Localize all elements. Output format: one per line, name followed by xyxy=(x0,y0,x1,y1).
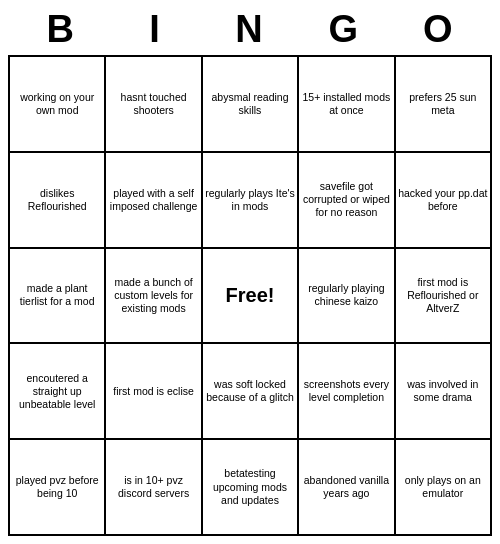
bingo-cell: regularly playing chinese kaizo xyxy=(299,249,395,345)
bingo-cell: hacked your pp.dat before xyxy=(396,153,492,249)
bingo-cell: encoutered a straight up unbeatable leve… xyxy=(10,344,106,440)
bingo-cell: first mod is eclise xyxy=(106,344,202,440)
bingo-cell: made a plant tierlist for a mod xyxy=(10,249,106,345)
bingo-cell: screenshots every level completion xyxy=(299,344,395,440)
bingo-cell: was involved in some drama xyxy=(396,344,492,440)
bingo-cell: made a bunch of custom levels for existi… xyxy=(106,249,202,345)
bingo-cell: betatesting upcoming mods and updates xyxy=(203,440,299,536)
bingo-cell: prefers 25 sun meta xyxy=(396,57,492,153)
bingo-cell: Free! xyxy=(203,249,299,345)
bingo-cell: savefile got corrupted or wiped for no r… xyxy=(299,153,395,249)
bingo-cell: first mod is Reflourished or AltverZ xyxy=(396,249,492,345)
bingo-cell: 15+ installed mods at once xyxy=(299,57,395,153)
bingo-cell: abandoned vanilla years ago xyxy=(299,440,395,536)
bingo-cell: working on your own mod xyxy=(10,57,106,153)
bingo-letter: O xyxy=(396,8,482,51)
bingo-grid: working on your own modhasnt touched sho… xyxy=(8,55,492,536)
bingo-cell: played with a self imposed challenge xyxy=(106,153,202,249)
bingo-cell: hasnt touched shooters xyxy=(106,57,202,153)
bingo-title: BINGO xyxy=(8,8,492,51)
bingo-letter: B xyxy=(18,8,104,51)
bingo-cell: played pvz before being 10 xyxy=(10,440,106,536)
bingo-cell: only plays on an emulator xyxy=(396,440,492,536)
bingo-cell: regularly plays Ite's in mods xyxy=(203,153,299,249)
bingo-cell: abysmal reading skills xyxy=(203,57,299,153)
bingo-letter: G xyxy=(301,8,387,51)
bingo-cell: dislikes Reflourished xyxy=(10,153,106,249)
bingo-letter: N xyxy=(207,8,293,51)
bingo-cell: was soft locked because of a glitch xyxy=(203,344,299,440)
bingo-letter: I xyxy=(113,8,199,51)
bingo-cell: is in 10+ pvz discord servers xyxy=(106,440,202,536)
